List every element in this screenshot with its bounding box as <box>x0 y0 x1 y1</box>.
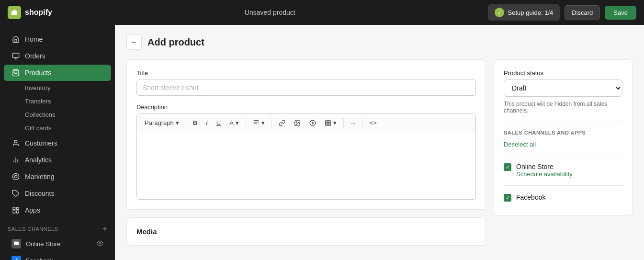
sidebar-item-home-label: Home <box>25 35 43 43</box>
page-title: Add product <box>147 37 204 48</box>
sidebar-item-gift-cards[interactable]: Gift cards <box>4 122 111 135</box>
svg-rect-11 <box>13 211 15 213</box>
discounts-icon <box>11 189 20 198</box>
text-color-dropdown-icon: ▾ <box>236 119 239 126</box>
product-status-label: Product status <box>504 69 622 77</box>
svg-point-2 <box>14 140 17 143</box>
video-button[interactable] <box>305 118 320 128</box>
sales-channels-section: Sales channels + <box>0 219 115 235</box>
underline-button[interactable]: U <box>213 117 225 128</box>
svg-point-6 <box>12 173 19 180</box>
facebook-checkbox[interactable]: ✓ <box>504 194 511 202</box>
sidebar-item-transfers[interactable]: Transfers <box>4 95 111 108</box>
sidebar: Home Orders Products Inventory Transfers… <box>0 25 115 260</box>
svg-rect-22 <box>326 120 331 125</box>
channel-item-facebook: ✓ Facebook <box>504 193 622 202</box>
save-button[interactable]: Save <box>605 6 636 20</box>
sidebar-item-discounts[interactable]: Discounts <box>4 185 111 202</box>
sidebar-item-products[interactable]: Products <box>4 65 111 81</box>
paragraph-format-button[interactable]: Paragraph ▾ <box>141 117 183 128</box>
description-editor: Paragraph ▾ B I U A ▾ <box>136 113 476 200</box>
media-card: Media <box>126 217 486 246</box>
topbar-actions: ✓ Setup guide: 1/4 Discard Save <box>488 4 636 21</box>
svg-rect-10 <box>16 207 19 210</box>
sidebar-item-marketing-label: Marketing <box>25 173 54 181</box>
add-channel-icon[interactable]: + <box>102 225 107 233</box>
svg-point-7 <box>14 175 17 178</box>
eye-icon[interactable] <box>97 240 103 248</box>
bold-button[interactable]: B <box>189 117 201 128</box>
sidebar-item-transfers-label: Transfers <box>25 98 51 105</box>
toolbar-divider-3 <box>271 118 272 128</box>
toolbar-divider-2 <box>246 118 246 128</box>
toolbar-divider-4 <box>343 118 344 128</box>
facebook-info: Facebook <box>516 193 622 201</box>
sidebar-item-collections-label: Collections <box>25 111 56 118</box>
paragraph-dropdown-icon: ▾ <box>176 119 179 126</box>
text-color-button[interactable]: A ▾ <box>226 117 243 128</box>
right-column: Product status Draft Active This product… <box>494 59 633 253</box>
status-select[interactable]: Draft Active <box>504 79 622 97</box>
sidebar-channel-online-store[interactable]: Online Store <box>4 236 111 252</box>
sidebar-channel-facebook[interactable]: Facebook <box>4 252 111 260</box>
align-button[interactable]: ▾ <box>249 117 269 129</box>
facebook-label: Facebook <box>26 257 53 260</box>
schedule-availability-link[interactable]: Schedule availability <box>516 170 622 178</box>
sidebar-item-collections[interactable]: Collections <box>4 108 111 121</box>
product-details-card: Title Description Paragraph ▾ B <box>126 59 486 210</box>
logo[interactable]: shopify <box>8 6 52 19</box>
setup-guide-button[interactable]: ✓ Setup guide: 1/4 <box>488 4 560 21</box>
svg-rect-0 <box>12 53 19 57</box>
sidebar-item-inventory-label: Inventory <box>25 84 50 91</box>
deselect-all-button[interactable]: Deselect all <box>504 141 536 148</box>
online-store-checkbox[interactable]: ✓ <box>504 163 511 171</box>
sidebar-item-gift-cards-label: Gift cards <box>25 124 52 132</box>
divider-1 <box>504 122 622 122</box>
title-input[interactable] <box>136 79 476 96</box>
align-dropdown-icon: ▾ <box>261 119 265 126</box>
page-breadcrumb: Unsaved product <box>60 9 480 16</box>
table-button[interactable]: ▾ <box>321 117 340 128</box>
sidebar-item-analytics[interactable]: Analytics <box>4 152 111 168</box>
online-store-channel-name: Online Store <box>516 163 622 170</box>
svg-rect-9 <box>13 207 15 210</box>
facebook-channel-name: Facebook <box>516 193 622 201</box>
sidebar-item-discounts-label: Discounts <box>25 190 54 197</box>
sidebar-item-products-label: Products <box>25 69 51 77</box>
link-button[interactable] <box>275 118 289 128</box>
sidebar-item-customers-label: Customers <box>25 139 57 147</box>
logo-text: shopify <box>25 8 52 17</box>
layout: Home Orders Products Inventory Transfers… <box>0 25 644 260</box>
orders-icon <box>11 52 20 60</box>
back-button[interactable]: ← <box>126 34 142 50</box>
more-button[interactable]: ··· <box>347 117 360 128</box>
sidebar-item-inventory[interactable]: Inventory <box>4 81 111 94</box>
sidebar-item-marketing[interactable]: Marketing <box>4 169 111 185</box>
home-icon <box>11 35 20 44</box>
setup-guide-label: Setup guide: 1/4 <box>508 9 554 16</box>
description-body[interactable] <box>137 132 475 199</box>
setup-guide-icon: ✓ <box>495 8 504 17</box>
status-hint: This product will be hidden from all sal… <box>504 101 622 114</box>
sales-channels-apps-label: SALES CHANNELS AND APPS <box>504 130 622 136</box>
align-icon <box>253 119 260 127</box>
sidebar-item-orders[interactable]: Orders <box>4 48 111 64</box>
title-label: Title <box>136 69 476 77</box>
image-button[interactable] <box>290 118 305 128</box>
italic-button[interactable]: I <box>202 117 212 128</box>
divider-3 <box>504 185 622 186</box>
analytics-icon <box>11 156 20 164</box>
rte-toolbar: Paragraph ▾ B I U A ▾ <box>137 114 475 132</box>
code-button[interactable]: <> <box>366 117 381 128</box>
channel-item-online-store: ✓ Online Store Schedule availability <box>504 163 622 178</box>
page-header: ← Add product <box>126 34 633 50</box>
sidebar-item-home[interactable]: Home <box>4 31 111 47</box>
left-column: Title Description Paragraph ▾ B <box>126 59 486 253</box>
description-label: Description <box>136 103 476 111</box>
sidebar-item-customers[interactable]: Customers <box>4 135 111 151</box>
discard-button[interactable]: Discard <box>565 5 600 20</box>
logo-icon <box>8 6 21 19</box>
sidebar-item-apps[interactable]: Apps <box>4 202 111 218</box>
sidebar-item-orders-label: Orders <box>25 52 45 60</box>
svg-point-20 <box>310 120 316 126</box>
